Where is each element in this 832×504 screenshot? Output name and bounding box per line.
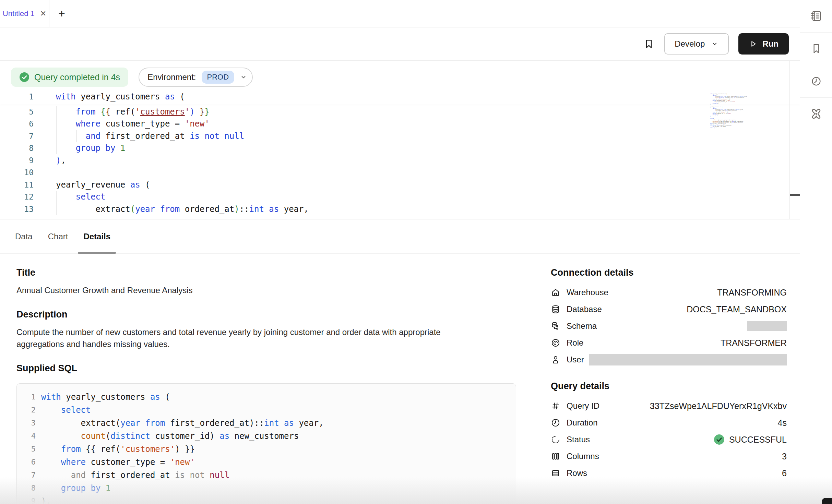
code-line[interactable]: 7 and first_ordered_at is not null: [17, 469, 516, 482]
hash-icon: [551, 401, 561, 411]
success-check-icon: [713, 434, 725, 445]
code-text: and first_ordered_at is not null: [41, 469, 229, 482]
row-label: User: [567, 355, 584, 364]
code-line[interactable]: 1with yearly_customers as (: [17, 391, 516, 404]
tab-title: Untitled 1: [3, 9, 35, 18]
code-text: with yearly_customers as (: [56, 91, 185, 103]
query-row-status: StatusSUCCESSFUL: [551, 432, 787, 447]
code-line[interactable]: 12 select: [0, 191, 800, 203]
corner-floating-button[interactable]: [822, 498, 832, 504]
environment-selector[interactable]: Environment: PROD: [139, 68, 253, 87]
row-value: 3: [782, 452, 787, 461]
sticky-line-separator: [0, 104, 800, 104]
user-icon: [551, 355, 561, 365]
row-label: Rows: [567, 468, 587, 478]
line-number: 9: [17, 495, 36, 504]
indent-guide: [56, 106, 57, 154]
develop-dropdown[interactable]: Develop: [664, 33, 729, 55]
bookmark-icon: [643, 38, 655, 50]
play-icon: [749, 39, 758, 48]
line-number: 1: [17, 391, 36, 404]
description-value: Compute the number of new customers and …: [16, 326, 483, 350]
check-circle-icon: [19, 72, 29, 82]
row-value: SUCCESSFUL: [713, 434, 787, 445]
code-line[interactable]: 5 from {{ ref('customers') }}: [17, 443, 516, 456]
sidebar-button-dbt[interactable]: [800, 98, 832, 130]
environment-label: Environment:: [147, 72, 196, 82]
row-value: 6: [782, 468, 787, 478]
code-line[interactable]: 5 from {{ ref('customers') }}: [0, 106, 800, 118]
code-line[interactable]: 9),: [17, 495, 516, 504]
redacted-value: [589, 354, 787, 365]
code-text: with yearly_customers as (: [41, 391, 170, 404]
code-line[interactable]: 2 select: [17, 404, 516, 417]
code-text: where customer_type = 'new': [41, 456, 195, 469]
code-text: extract(year from first_ordered_at)::int…: [41, 417, 324, 430]
editor-minimap[interactable]: with yearly_customers as ( select extrac…: [710, 94, 748, 129]
code-text: where customer_type = 'new': [56, 118, 210, 130]
line-number: 8: [17, 482, 36, 495]
supplied-sql-heading: Supplied SQL: [16, 363, 516, 374]
row-label: Warehouse: [567, 288, 608, 297]
chevron-down-icon: [240, 73, 247, 81]
code-line[interactable]: 11yearly_revenue as (: [0, 179, 800, 191]
spinner-icon: [551, 434, 561, 445]
connection-row-user: User: [551, 352, 787, 367]
line-number: 2: [17, 404, 36, 417]
tab-untitled-1[interactable]: Untitled 1 ✕: [0, 0, 49, 27]
close-icon[interactable]: ✕: [40, 10, 46, 17]
supplied-sql-code-block: 1with yearly_customers as (2 select3 ext…: [16, 383, 516, 504]
code-line[interactable]: 9),: [0, 155, 800, 167]
history-icon: [809, 74, 823, 88]
description-heading: Description: [16, 309, 516, 320]
run-label: Run: [762, 39, 778, 49]
minimap-line: order by 1: [710, 128, 748, 129]
row-label: Columns: [567, 452, 599, 461]
tab-chart[interactable]: Chart: [43, 219, 74, 253]
code-text: from {{ ref('customers') }}: [56, 106, 210, 118]
code-editor[interactable]: 1with yearly_customers as (5 from {{ ref…: [0, 91, 800, 215]
line-number: 4: [17, 430, 36, 443]
bookmark-button[interactable]: [643, 38, 655, 50]
tab-bar: Untitled 1 ✕ +: [0, 0, 800, 27]
title-value: Annual Customer Growth and Revenue Analy…: [16, 284, 483, 296]
tab-data[interactable]: Data: [10, 219, 38, 253]
connection-details-rows: WarehouseTRANSFORMINGDatabaseDOCS_TEAM_S…: [551, 285, 787, 367]
code-line[interactable]: 4 count(distinct customer_id) as new_cus…: [17, 430, 516, 443]
code-line[interactable]: 13 extract(year from ordered_at)::int as…: [0, 203, 800, 216]
line-number: 5: [17, 443, 36, 456]
code-line[interactable]: 3 extract(year from first_ordered_at)::i…: [17, 417, 516, 430]
query-row-duration: Duration4s: [551, 415, 787, 430]
code-line[interactable]: 10: [0, 167, 800, 179]
connection-row-warehouse: WarehouseTRANSFORMING: [551, 285, 787, 300]
notebook-icon: [809, 9, 823, 23]
code-line[interactable]: 6 where customer_type = 'new': [17, 456, 516, 469]
run-button[interactable]: Run: [738, 33, 789, 55]
tab-details[interactable]: Details: [78, 219, 116, 253]
code-line[interactable]: 8 group by 1: [0, 142, 800, 155]
main-area: Untitled 1 ✕ + Develop Run: [0, 0, 800, 504]
line-number: 11: [0, 179, 34, 191]
row-value: TRANSFORMER: [721, 338, 787, 348]
code-line[interactable]: 8 group by 1: [17, 482, 516, 495]
row-value: 33TZseWpe1ALFDUYerxR1gVKxbv: [650, 401, 787, 411]
title-heading: Title: [16, 267, 516, 278]
toolbar: Develop Run: [0, 27, 800, 61]
rows-icon: [551, 468, 561, 478]
editor-scrollbar-track[interactable]: [789, 61, 800, 219]
sidebar-button-history[interactable]: [800, 65, 832, 98]
code-line[interactable]: 7 and first_ordered_at is not null: [0, 130, 800, 143]
code-text: group by 1: [41, 482, 110, 495]
code-text: ),: [41, 495, 51, 504]
new-tab-button[interactable]: +: [49, 0, 74, 27]
schema-icon: [551, 321, 561, 331]
result-tab-bar: DataChartDetails: [0, 219, 800, 254]
details-right-column: Connection details WarehouseTRANSFORMING…: [537, 254, 800, 469]
sidebar-button-bookmark[interactable]: [800, 33, 832, 65]
sidebar-button-notebook[interactable]: [800, 0, 832, 33]
code-line[interactable]: 6 where customer_type = 'new': [0, 118, 800, 130]
code-line[interactable]: 1with yearly_customers as (: [0, 91, 800, 103]
indent-guide: [76, 130, 77, 142]
scrollbar-thumb[interactable]: [790, 194, 800, 196]
code-text: yearly_revenue as (: [56, 179, 150, 191]
